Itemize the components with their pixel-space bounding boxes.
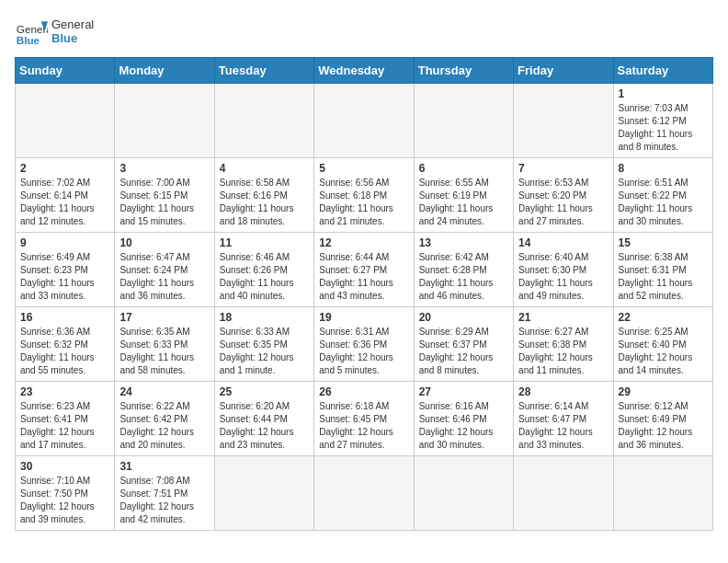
calendar-day-cell [214,456,313,531]
day-number: 14 [518,236,608,249]
calendar-day-cell: 13Sunrise: 6:42 AM Sunset: 6:28 PM Dayli… [414,233,513,307]
day-info: Sunrise: 7:08 AM Sunset: 7:51 PM Dayligh… [119,475,209,526]
calendar-day-cell: 8Sunrise: 6:51 AM Sunset: 6:22 PM Daylig… [613,158,712,233]
day-info: Sunrise: 6:33 AM Sunset: 6:35 PM Dayligh… [220,326,309,377]
calendar-day-cell [314,84,414,158]
calendar-day-cell [613,456,712,531]
day-number: 10 [119,236,209,249]
day-info: Sunrise: 7:02 AM Sunset: 6:14 PM Dayligh… [20,177,109,228]
day-info: Sunrise: 7:03 AM Sunset: 6:12 PM Dayligh… [619,102,708,154]
day-info: Sunrise: 6:58 AM Sunset: 6:16 PM Dayligh… [220,177,309,228]
day-number: 27 [419,385,508,398]
day-info: Sunrise: 6:22 AM Sunset: 6:42 PM Dayligh… [119,400,209,452]
calendar-day-cell: 22Sunrise: 6:25 AM Sunset: 6:40 PM Dayli… [613,307,712,382]
calendar-day-cell: 7Sunrise: 6:53 AM Sunset: 6:20 PM Daylig… [514,158,613,233]
day-info: Sunrise: 6:51 AM Sunset: 6:22 PM Dayligh… [619,177,708,228]
day-info: Sunrise: 7:00 AM Sunset: 6:15 PM Dayligh… [119,177,209,228]
calendar-day-cell [514,456,613,531]
day-info: Sunrise: 6:47 AM Sunset: 6:24 PM Dayligh… [119,251,209,303]
logo-general-text: General [51,17,94,31]
day-number: 18 [220,311,309,324]
day-number: 2 [20,162,109,175]
calendar-day-cell [115,84,214,158]
day-number: 4 [220,162,309,175]
weekday-header-row: SundayMondayTuesdayWednesdayThursdayFrid… [16,58,713,84]
day-info: Sunrise: 6:42 AM Sunset: 6:28 PM Dayligh… [419,251,508,303]
day-info: Sunrise: 6:55 AM Sunset: 6:19 PM Dayligh… [419,177,508,228]
day-number: 28 [518,385,608,398]
calendar-day-cell: 2Sunrise: 7:02 AM Sunset: 6:14 PM Daylig… [16,158,115,233]
day-number: 29 [619,385,708,398]
day-info: Sunrise: 6:25 AM Sunset: 6:40 PM Dayligh… [619,326,708,377]
day-number: 13 [419,236,508,249]
page-header: General Blue General Blue [15,15,713,48]
weekday-header-thursday: Thursday [414,58,513,84]
logo-blue-text: Blue [51,31,94,45]
day-number: 9 [20,236,109,249]
calendar-day-cell: 11Sunrise: 6:46 AM Sunset: 6:26 PM Dayli… [214,233,313,307]
day-number: 30 [20,460,109,473]
calendar-day-cell: 20Sunrise: 6:29 AM Sunset: 6:37 PM Dayli… [414,307,513,382]
calendar-week-row: 9Sunrise: 6:49 AM Sunset: 6:23 PM Daylig… [16,233,713,307]
calendar-day-cell: 3Sunrise: 7:00 AM Sunset: 6:15 PM Daylig… [115,158,214,233]
day-number: 6 [419,162,508,175]
calendar-table: SundayMondayTuesdayWednesdayThursdayFrid… [15,57,713,531]
calendar-day-cell: 9Sunrise: 6:49 AM Sunset: 6:23 PM Daylig… [16,233,115,307]
day-number: 12 [319,236,408,249]
calendar-week-row: 23Sunrise: 6:23 AM Sunset: 6:41 PM Dayli… [16,382,713,456]
day-info: Sunrise: 6:56 AM Sunset: 6:18 PM Dayligh… [319,177,408,228]
calendar-day-cell [514,84,613,158]
day-number: 11 [220,236,309,249]
day-number: 17 [119,311,209,324]
day-info: Sunrise: 6:16 AM Sunset: 6:46 PM Dayligh… [419,400,508,452]
day-info: Sunrise: 6:12 AM Sunset: 6:49 PM Dayligh… [619,400,708,452]
calendar-day-cell: 26Sunrise: 6:18 AM Sunset: 6:45 PM Dayli… [314,382,414,456]
day-info: Sunrise: 6:44 AM Sunset: 6:27 PM Dayligh… [319,251,408,303]
day-info: Sunrise: 6:49 AM Sunset: 6:23 PM Dayligh… [20,251,109,303]
day-number: 25 [220,385,309,398]
day-info: Sunrise: 6:20 AM Sunset: 6:44 PM Dayligh… [220,400,309,452]
calendar-day-cell: 4Sunrise: 6:58 AM Sunset: 6:16 PM Daylig… [214,158,313,233]
calendar-day-cell [414,84,513,158]
calendar-day-cell [314,456,414,531]
day-info: Sunrise: 6:31 AM Sunset: 6:36 PM Dayligh… [319,326,408,377]
calendar-week-row: 2Sunrise: 7:02 AM Sunset: 6:14 PM Daylig… [16,158,713,233]
day-info: Sunrise: 6:35 AM Sunset: 6:33 PM Dayligh… [119,326,209,377]
weekday-header-wednesday: Wednesday [314,58,414,84]
logo: General Blue General Blue [15,15,94,48]
day-info: Sunrise: 6:53 AM Sunset: 6:20 PM Dayligh… [518,177,608,228]
calendar-day-cell: 24Sunrise: 6:22 AM Sunset: 6:42 PM Dayli… [115,382,214,456]
day-number: 16 [20,311,109,324]
day-info: Sunrise: 6:38 AM Sunset: 6:31 PM Dayligh… [619,251,708,303]
calendar-day-cell: 5Sunrise: 6:56 AM Sunset: 6:18 PM Daylig… [314,158,414,233]
day-number: 22 [619,311,708,324]
day-number: 21 [518,311,608,324]
calendar-day-cell: 18Sunrise: 6:33 AM Sunset: 6:35 PM Dayli… [214,307,313,382]
calendar-day-cell: 16Sunrise: 6:36 AM Sunset: 6:32 PM Dayli… [16,307,115,382]
calendar-day-cell: 15Sunrise: 6:38 AM Sunset: 6:31 PM Dayli… [613,233,712,307]
calendar-day-cell: 23Sunrise: 6:23 AM Sunset: 6:41 PM Dayli… [16,382,115,456]
day-info: Sunrise: 6:29 AM Sunset: 6:37 PM Dayligh… [419,326,508,377]
weekday-header-tuesday: Tuesday [214,58,313,84]
logo-icon: General Blue [15,15,48,48]
day-info: Sunrise: 6:36 AM Sunset: 6:32 PM Dayligh… [20,326,109,377]
calendar-day-cell: 25Sunrise: 6:20 AM Sunset: 6:44 PM Dayli… [214,382,313,456]
svg-text:Blue: Blue [17,34,40,46]
day-info: Sunrise: 6:18 AM Sunset: 6:45 PM Dayligh… [319,400,408,452]
calendar-day-cell: 19Sunrise: 6:31 AM Sunset: 6:36 PM Dayli… [314,307,414,382]
day-number: 15 [619,236,708,249]
calendar-day-cell: 1Sunrise: 7:03 AM Sunset: 6:12 PM Daylig… [613,84,712,158]
day-number: 20 [419,311,508,324]
day-number: 7 [518,162,608,175]
day-number: 26 [319,385,408,398]
calendar-day-cell: 31Sunrise: 7:08 AM Sunset: 7:51 PM Dayli… [115,456,214,531]
calendar-week-row: 16Sunrise: 6:36 AM Sunset: 6:32 PM Dayli… [16,307,713,382]
calendar-day-cell: 30Sunrise: 7:10 AM Sunset: 7:50 PM Dayli… [16,456,115,531]
calendar-day-cell [16,84,115,158]
calendar-day-cell: 14Sunrise: 6:40 AM Sunset: 6:30 PM Dayli… [514,233,613,307]
calendar-day-cell: 29Sunrise: 6:12 AM Sunset: 6:49 PM Dayli… [613,382,712,456]
day-number: 8 [619,162,708,175]
calendar-day-cell [414,456,513,531]
day-number: 24 [119,385,209,398]
day-number: 1 [619,87,708,100]
